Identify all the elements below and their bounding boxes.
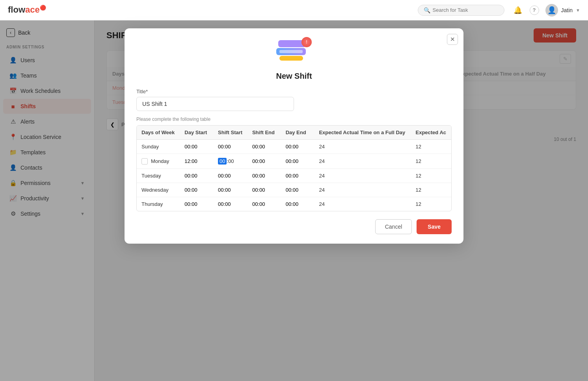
highlighted-cell: 00:00 (218, 158, 234, 165)
shift-start-cell[interactable]: 00:00 (213, 154, 247, 169)
card-2 (276, 48, 306, 55)
day-end-input[interactable] (286, 173, 309, 179)
shift-end-input[interactable] (252, 144, 276, 150)
search-input[interactable] (433, 7, 499, 13)
new-shift-modal: ✕ ! New Shift Title* Please complete the… (125, 28, 463, 244)
chevron-down-icon: ▼ (576, 8, 580, 13)
full-day-cell: 24 (314, 154, 411, 169)
navbar: flowace🔴 🔍 🔔 ? 👤 Jatin ▼ (0, 0, 588, 20)
save-button[interactable]: Save (417, 219, 452, 234)
table-row: Monday 00:00 24 12 (137, 154, 451, 169)
card-badge: ! (301, 37, 312, 47)
th-day-end: Day End (281, 126, 314, 140)
day-end-input[interactable] (286, 187, 309, 193)
shift-end-cell[interactable] (247, 169, 281, 183)
half-day-cell: 12 (411, 197, 451, 211)
shift-end-cell[interactable] (247, 183, 281, 197)
table-instruction: Please complete the following table (136, 117, 452, 122)
shift-start-cell[interactable] (213, 183, 247, 197)
shift-end-input[interactable] (252, 158, 276, 164)
shift-table-wrap[interactable]: Days of Week Day Start Shift Start Shift… (136, 125, 452, 211)
shift-end-cell[interactable] (247, 154, 281, 169)
th-shift-start: Shift Start (213, 126, 247, 140)
monday-checkbox[interactable] (141, 158, 148, 165)
full-day-cell: 24 (314, 140, 411, 154)
shift-start-cell[interactable] (213, 140, 247, 154)
nav-icons: 🔔 ? 👤 Jatin ▼ (512, 4, 580, 17)
modal-footer: Cancel Save (136, 219, 452, 234)
shift-end-input[interactable] (252, 201, 276, 207)
day-start-input[interactable] (184, 173, 208, 179)
title-field-group: Title* (136, 89, 452, 111)
full-day-cell: 24 (314, 169, 411, 183)
day-start-cell[interactable] (180, 154, 213, 169)
day-start-cell[interactable] (180, 140, 213, 154)
shift-graphic: ! (276, 40, 312, 68)
day-end-input[interactable] (286, 158, 309, 164)
modal-close-button[interactable]: ✕ (447, 34, 458, 45)
day-end-cell[interactable] (281, 154, 314, 169)
shift-start-input[interactable] (218, 144, 242, 150)
shift-start-input[interactable] (218, 201, 242, 207)
table-row: Wednesday 24 12 (137, 183, 451, 197)
th-half-day: Expected Ac (411, 126, 451, 140)
modal-icon: ! (136, 40, 452, 68)
full-day-cell: 24 (314, 183, 411, 197)
full-day-cell: 24 (314, 197, 411, 211)
logo: flowace🔴 (8, 5, 46, 15)
half-day-cell: 12 (411, 183, 451, 197)
modal-title: New Shift (136, 72, 452, 81)
day-cell: Monday (137, 154, 180, 169)
shift-end-input[interactable] (252, 173, 276, 179)
card-3 (279, 56, 303, 61)
help-icon[interactable]: ? (530, 6, 539, 15)
day-end-cell[interactable] (281, 140, 314, 154)
modal-overlay: ✕ ! New Shift Title* Please complete the… (0, 20, 588, 381)
th-shift-end: Shift End (247, 126, 281, 140)
search-bar[interactable]: 🔍 (418, 5, 504, 16)
shift-start-cell[interactable] (213, 169, 247, 183)
th-day-start: Day Start (180, 126, 213, 140)
title-label: Title* (136, 89, 452, 94)
shift-start-input[interactable] (218, 187, 242, 193)
th-days: Days of Week (137, 126, 180, 140)
table-row: Tuesday 24 12 (137, 169, 451, 183)
shift-end-cell[interactable] (247, 140, 281, 154)
search-icon: 🔍 (424, 7, 430, 13)
day-start-input[interactable] (184, 158, 208, 164)
half-day-cell: 12 (411, 140, 451, 154)
half-day-cell: 12 (411, 169, 451, 183)
shift-start-input[interactable] (218, 173, 242, 179)
title-input[interactable] (136, 97, 294, 111)
day-start-input[interactable] (184, 187, 208, 193)
day-start-input[interactable] (184, 201, 208, 207)
day-cell: Wednesday (137, 183, 180, 197)
table-row: Thursday 24 12 (137, 197, 451, 211)
day-start-input[interactable] (184, 144, 208, 150)
card-stack: ! (276, 40, 308, 64)
day-start-cell[interactable] (180, 183, 213, 197)
cancel-button[interactable]: Cancel (375, 219, 412, 234)
shift-end-input[interactable] (252, 187, 276, 193)
shift-start-cell[interactable] (213, 197, 247, 211)
notification-icon[interactable]: 🔔 (512, 5, 523, 16)
th-full-day: Expected Actual Time on a Full Day (314, 126, 411, 140)
day-end-cell[interactable] (281, 169, 314, 183)
day-end-input[interactable] (286, 144, 309, 150)
avatar: 👤 (545, 4, 558, 17)
half-day-cell: 12 (411, 154, 451, 169)
user-info[interactable]: 👤 Jatin ▼ (545, 4, 580, 17)
day-start-cell[interactable] (180, 169, 213, 183)
day-with-checkbox: Monday (141, 158, 175, 165)
day-cell: Sunday (137, 140, 180, 154)
day-cell: Tuesday (137, 169, 180, 183)
day-end-cell[interactable] (281, 183, 314, 197)
shift-form-table: Days of Week Day Start Shift Start Shift… (137, 126, 451, 211)
day-start-cell[interactable] (180, 197, 213, 211)
day-end-input[interactable] (286, 201, 309, 207)
user-name: Jatin (561, 7, 573, 13)
day-end-cell[interactable] (281, 197, 314, 211)
shift-end-cell[interactable] (247, 197, 281, 211)
day-cell: Thursday (137, 197, 180, 211)
table-row: Sunday 24 12 (137, 140, 451, 154)
